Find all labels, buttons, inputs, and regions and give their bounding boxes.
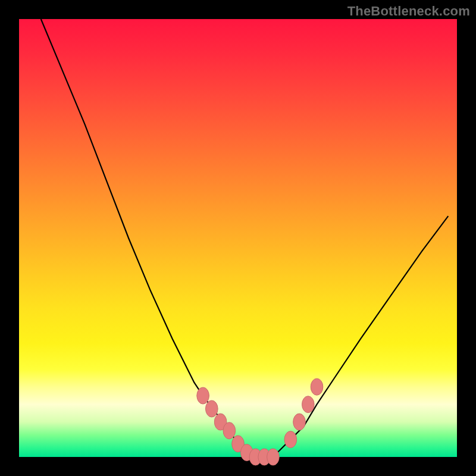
curve-marker: [284, 431, 297, 448]
curve-marker: [197, 387, 209, 404]
curve-marker: [206, 400, 218, 417]
curve-marker: [267, 449, 280, 465]
chart-frame: TheBottleneck.com: [0, 0, 476, 476]
chart-svg: [19, 19, 457, 457]
curve-marker: [302, 396, 315, 413]
curve-marker: [311, 378, 323, 395]
curve-marker: [293, 414, 306, 430]
watermark-text: TheBottleneck.com: [347, 4, 470, 19]
curve-marker: [223, 422, 236, 439]
plot-area: [19, 19, 457, 457]
marker-group: [197, 378, 323, 465]
bottleneck-curve: [41, 19, 449, 457]
